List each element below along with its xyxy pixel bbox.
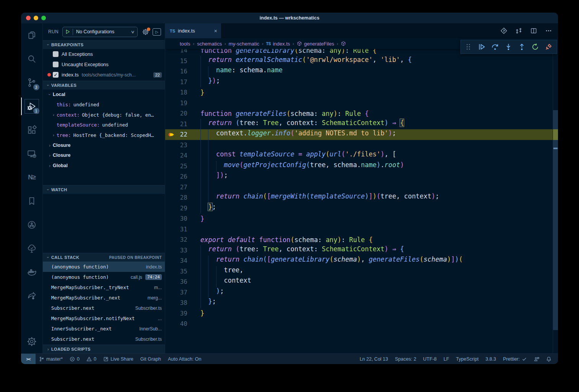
- status-item[interactable]: 3.8.3: [485, 356, 496, 362]
- variable-row[interactable]: ›context:Object {debug: false, en…: [43, 110, 165, 120]
- code-line[interactable]: 18}: [165, 87, 553, 98]
- breadcrumb-item[interactable]: generateFiles: [297, 41, 334, 47]
- breadcrumb-item[interactable]: [341, 41, 348, 46]
- debug-console-icon[interactable]: ▷: [153, 28, 161, 36]
- sidebar-item-source-control[interactable]: 3: [21, 71, 43, 94]
- breadcrumb-item[interactable]: tools: [180, 41, 190, 47]
- call-stack-header[interactable]: › CALL STACK PAUSED ON BREAKPOINT: [43, 253, 165, 262]
- call-stack-frame[interactable]: Subscriber.nextSubscriber.ts: [43, 303, 165, 313]
- sidebar-item-remote-explorer[interactable]: [21, 142, 43, 166]
- variable-scope-row[interactable]: ›Local: [43, 89, 165, 100]
- code-line[interactable]: 22context.logger.info('adding NOTES.md t…: [165, 129, 553, 140]
- code-line[interactable]: 32export default function(schema: any): …: [165, 234, 553, 245]
- sidebar-item-git-history[interactable]: [21, 213, 43, 237]
- breakpoint-row[interactable]: Uncaught Exceptions: [43, 59, 165, 70]
- toolbar-drag-grip[interactable]: [465, 43, 472, 50]
- sidebar-item-run-and-debug[interactable]: 1: [21, 94, 43, 118]
- status-item[interactable]: Auto Attach: On: [168, 356, 202, 362]
- call-stack-frame[interactable]: (anonymous function)call.js74:24: [43, 272, 165, 282]
- variable-row[interactable]: ›tree:HostTree {_backend: ScopedH…: [43, 130, 165, 140]
- editor-scrollbar[interactable]: [553, 49, 558, 353]
- breakpoint-checkbox[interactable]: [53, 51, 59, 57]
- code-line[interactable]: 38};: [165, 298, 553, 308]
- status-item-warning-triangle[interactable]: 0: [86, 356, 96, 362]
- code-line[interactable]: 34return chain([generateLibrary(schema),…: [165, 255, 553, 266]
- synchronize-changes-icon[interactable]: [516, 28, 522, 34]
- code-line[interactable]: 21return (tree: Tree, context: Schematic…: [165, 119, 553, 130]
- step-into-button[interactable]: [505, 43, 512, 50]
- scrollbar-thumb[interactable]: [553, 110, 558, 330]
- tab-index-ts[interactable]: TS index.ts ×: [165, 23, 221, 38]
- open-changes-icon[interactable]: [501, 28, 507, 34]
- sidebar-item-explorer[interactable]: [21, 23, 43, 47]
- code-line[interactable]: 28return chain([mergeWith(templateSource…: [165, 192, 553, 203]
- sidebar-item-live-share[interactable]: [21, 284, 43, 308]
- code-line[interactable]: 17});: [165, 77, 553, 88]
- sidebar-item-bookmarks[interactable]: [21, 189, 43, 213]
- breakpoint-row[interactable]: All Exceptions: [43, 49, 165, 59]
- call-stack-frame[interactable]: InnerSubscriber._nextInnerSub...: [43, 324, 165, 334]
- call-stack-frame[interactable]: Subscriber.nextSubscriber.ts: [43, 334, 165, 344]
- launch-configuration-dropdown[interactable]: No Configurations ∨: [62, 27, 138, 37]
- status-item[interactable]: Prettier:: [503, 356, 527, 362]
- loaded-scripts-header[interactable]: › LOADED SCRIPTS: [43, 345, 165, 353]
- status-item[interactable]: Spaces: 2: [395, 356, 416, 362]
- status-item[interactable]: Git Graph: [140, 356, 161, 362]
- code-line[interactable]: 30}: [165, 213, 553, 224]
- code-line[interactable]: 23: [165, 140, 553, 151]
- breadcrumb-item[interactable]: TSindex.ts: [266, 41, 290, 47]
- code-line[interactable]: 29};: [165, 203, 553, 214]
- step-out-button[interactable]: [518, 43, 525, 50]
- sidebar-item-search[interactable]: [21, 47, 43, 71]
- status-item[interactable]: Ln 22, Col 13: [359, 356, 388, 362]
- breakpoint-checkbox[interactable]: [53, 62, 59, 67]
- variable-scope-row[interactable]: ›Closure: [43, 140, 165, 151]
- code-line[interactable]: 19: [165, 98, 553, 109]
- configure-gear-icon[interactable]: [142, 29, 149, 35]
- call-stack-frame[interactable]: (anonymous function)index.ts: [43, 262, 165, 272]
- sidebar-item-extensions[interactable]: [21, 118, 43, 142]
- code-line[interactable]: 31: [165, 224, 553, 235]
- status-item-error-circle[interactable]: 0: [70, 356, 80, 362]
- breakpoints-header[interactable]: › BREAKPOINTS: [43, 40, 165, 49]
- status-item-git-branch[interactable]: master*: [39, 356, 63, 362]
- more-actions-icon[interactable]: [545, 28, 552, 34]
- call-stack-frame[interactable]: MergeMapSubscriber.notifyNext...: [43, 313, 165, 324]
- code-line[interactable]: 37);: [165, 287, 553, 298]
- manage-button[interactable]: [21, 330, 43, 353]
- code-line[interactable]: 25move(getProjectConfig(tree, schema.nam…: [165, 161, 553, 172]
- disconnect-button[interactable]: [545, 43, 552, 50]
- status-item[interactable]: UTF-8: [423, 356, 436, 362]
- continue-button[interactable]: [478, 43, 485, 50]
- breadcrumb-item[interactable]: my-schematic: [229, 41, 259, 47]
- sidebar-item-test-explorer[interactable]: [21, 237, 43, 260]
- variable-scope-row[interactable]: ›Global: [43, 161, 165, 171]
- code-line[interactable]: 20function generateFiles(schema: any): R…: [165, 108, 553, 119]
- code-editor[interactable]: 14function generateLibrary(schema: any):…: [165, 49, 558, 353]
- sidebar-item-nx-console[interactable]: N≥: [21, 166, 43, 189]
- variable-row[interactable]: this:undefined: [43, 100, 165, 110]
- code-line[interactable]: 40: [165, 319, 553, 329]
- breakpoint-row[interactable]: ✓index.tstools/schematics/my-sch...22: [43, 70, 165, 80]
- watch-header[interactable]: › WATCH: [43, 185, 165, 194]
- breakpoint-checkbox[interactable]: ✓: [53, 72, 59, 78]
- call-stack-frame[interactable]: MergeMapSubscriber._nextmerg...: [43, 293, 165, 303]
- status-item-bell[interactable]: [546, 356, 551, 362]
- sidebar-item-docker[interactable]: [21, 260, 43, 284]
- status-item-feedback[interactable]: [534, 356, 539, 362]
- start-debugging-icon[interactable]: [65, 29, 70, 34]
- code-line[interactable]: 33return (tree: Tree, context: Schematic…: [165, 245, 553, 256]
- variable-scope-row[interactable]: ›Closure: [43, 150, 165, 161]
- call-stack-frame[interactable]: MergeMapSubscriber._tryNextm...: [43, 282, 165, 293]
- breadcrumb-item[interactable]: schematics: [197, 41, 222, 47]
- status-item-live-share[interactable]: Live Share: [103, 356, 133, 362]
- code-line[interactable]: 27: [165, 182, 553, 193]
- code-line[interactable]: 24const templateSource = apply(url('./fi…: [165, 150, 553, 161]
- status-item[interactable]: LF: [444, 356, 449, 362]
- variables-header[interactable]: › VARIABLES: [43, 81, 165, 89]
- code-line[interactable]: 26]);: [165, 171, 553, 182]
- restart-button[interactable]: [532, 43, 539, 50]
- code-line[interactable]: 16name: schema.name: [165, 66, 553, 77]
- code-line[interactable]: 39}: [165, 308, 553, 319]
- variable-row[interactable]: templateSource:undefined: [43, 120, 165, 130]
